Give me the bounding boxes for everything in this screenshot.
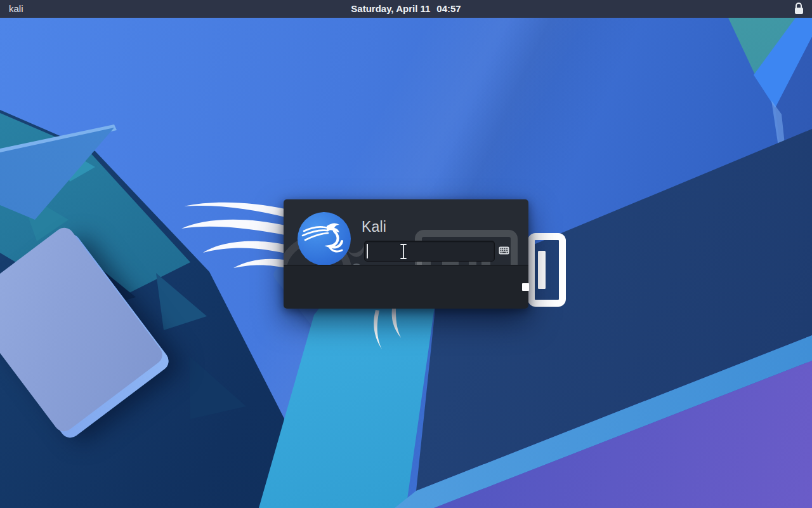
kali-dragon-whiskers-left <box>173 201 288 269</box>
clock: Saturday, April 1104:57 <box>351 0 461 18</box>
hostname-label: kali <box>9 0 23 18</box>
password-input[interactable] <box>364 241 495 262</box>
top-bar: kali Saturday, April 1104:57 <box>0 0 812 18</box>
lockscreen-logo-frame <box>528 233 566 307</box>
clock-date: Saturday, April 11 <box>351 3 430 14</box>
text-caret <box>367 244 368 258</box>
unlock-dialog-body: Kali <box>284 199 528 265</box>
lockscreen-logo-bar <box>538 251 546 289</box>
username-label: Kali <box>362 218 386 236</box>
kali-dragon-whiskers-below <box>367 309 407 353</box>
on-screen-keyboard-icon[interactable] <box>499 246 509 255</box>
padlock-icon <box>793 3 804 15</box>
lockscreen-logo-letter-tip <box>522 283 529 291</box>
padlock-body <box>795 8 803 14</box>
unlock-dialog: Kali Switc <box>284 199 528 309</box>
clock-time: 04:57 <box>436 3 461 14</box>
user-avatar <box>298 212 351 265</box>
unlock-dialog-footer: Switch User Cancel Unlock <box>284 265 528 309</box>
kali-dragon-logo-icon <box>298 212 351 265</box>
ibeam-cursor-icon <box>399 243 408 260</box>
